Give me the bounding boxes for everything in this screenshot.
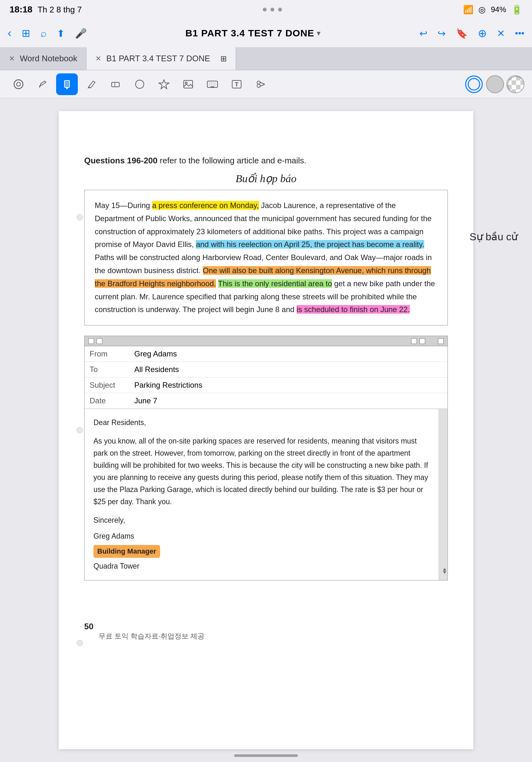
- text-part-4: and with his reelection on April 25, the…: [196, 240, 424, 249]
- status-center: [263, 8, 282, 12]
- undo-button[interactable]: ↩: [420, 28, 428, 39]
- tool-keyboard[interactable]: [202, 73, 223, 95]
- svg-point-21: [257, 84, 260, 87]
- more-button[interactable]: •••: [515, 28, 524, 38]
- tool-scissors[interactable]: [250, 73, 272, 95]
- email-btn-1[interactable]: [88, 338, 94, 344]
- battery-icon: 🔋: [511, 4, 522, 15]
- tool-pencil[interactable]: [80, 73, 102, 95]
- svg-rect-32: [520, 89, 524, 93]
- scroll-arrows: [443, 568, 446, 574]
- grid-button[interactable]: ⊞: [22, 27, 30, 39]
- page-hole-1: [77, 214, 83, 220]
- page-hole-3: [77, 640, 83, 646]
- email-signer-title: Building Manager: [94, 545, 160, 558]
- svg-point-20: [257, 81, 260, 84]
- scroll-down-icon: [443, 571, 446, 574]
- text-part-1: May 15—During: [95, 201, 152, 210]
- dot1: [263, 8, 267, 12]
- side-note: Sự bầu cử: [470, 228, 518, 245]
- redo-button[interactable]: ↪: [437, 28, 445, 39]
- add-button[interactable]: ⊕: [478, 27, 487, 39]
- dot3: [278, 8, 282, 12]
- tool-image[interactable]: [177, 73, 199, 95]
- tab-bar: ✕ Word Notebook ✕ B1 PART 3.4 TEST 7 DON…: [0, 47, 532, 70]
- email-date-value: June 7: [129, 393, 447, 409]
- search-button[interactable]: ⌕: [40, 28, 46, 39]
- tab-b1-part[interactable]: ✕ B1 PART 3.4 TEST 7 DONE ⊞: [87, 47, 236, 70]
- email-body-text: As you know, all of the on-site parking …: [94, 435, 432, 508]
- email-date-label: Date: [85, 393, 129, 409]
- email-from-row: From Greg Adams: [85, 346, 447, 362]
- svg-point-1: [17, 82, 21, 86]
- tool-text[interactable]: T: [226, 73, 247, 95]
- battery-level: 94%: [491, 5, 506, 14]
- tab-label-word: Word Notebook: [20, 54, 77, 63]
- tool-star[interactable]: [153, 73, 175, 95]
- text-part-7: [216, 279, 218, 288]
- back-button[interactable]: ‹: [8, 27, 12, 40]
- svg-point-4: [136, 80, 144, 88]
- email-scrollbar[interactable]: [438, 409, 447, 580]
- toolbar: T: [0, 70, 532, 98]
- close-button[interactable]: ✕: [497, 28, 505, 39]
- tool-pen[interactable]: [32, 73, 54, 95]
- email-from-label: From: [85, 346, 129, 362]
- nav-bar: ‹ ⊞ ⌕ ⬆ 🎤 B1 PART 3.4 TEST 7 DONE ▾ ↩ ↪ …: [0, 19, 532, 47]
- tool-shape[interactable]: [129, 73, 151, 95]
- status-right: 📶 ◎ 94% 🔋: [463, 4, 522, 15]
- svg-marker-5: [159, 80, 169, 89]
- svg-point-7: [185, 82, 187, 84]
- email-btn-3[interactable]: [411, 338, 417, 344]
- email-header-table: From Greg Adams To All Residents Subject…: [85, 346, 447, 409]
- wifi-icon: 📶: [463, 5, 473, 15]
- page-hole-2: [77, 427, 83, 433]
- color-circle-blue[interactable]: [464, 75, 484, 94]
- svg-text:T: T: [235, 81, 238, 88]
- email-btn-4[interactable]: [420, 338, 425, 344]
- email-to-label: To: [85, 362, 129, 377]
- email-body: Dear Residents, As you know, all of the …: [85, 409, 447, 580]
- color-circle-checkered[interactable]: [506, 75, 524, 93]
- status-bar: 18:18 Th 2 8 thg 7 📶 ◎ 94% 🔋: [0, 0, 532, 19]
- email-btn-5[interactable]: [438, 338, 444, 344]
- dot2: [270, 8, 274, 12]
- mic-button[interactable]: 🎤: [75, 28, 87, 39]
- tool-lasso[interactable]: [8, 73, 29, 95]
- email-from-value: Greg Adams: [129, 346, 447, 362]
- tool-eraser[interactable]: [104, 73, 126, 95]
- svg-rect-2: [64, 80, 70, 87]
- share-button[interactable]: ⬆: [57, 28, 65, 39]
- tab-grid-icon: ⊞: [220, 54, 227, 63]
- email-to-row: To All Residents: [85, 362, 447, 377]
- email-to-value: All Residents: [129, 362, 447, 377]
- svg-rect-28: [520, 80, 524, 85]
- handwriting-note: Buổi họp báo: [84, 172, 448, 185]
- status-time: 18:18: [10, 4, 33, 15]
- text-part-8: This is the only residential area to: [218, 279, 332, 288]
- footer: 50 무료 토익 학습자료·취업정보 제공: [84, 612, 448, 641]
- tab-close-word[interactable]: ✕: [9, 54, 15, 63]
- nav-right: ↩ ↪ 🔖 ⊕ ✕ •••: [420, 27, 524, 39]
- tool-highlighter[interactable]: [56, 73, 78, 95]
- email-subject-row: Subject Parking Restrictions: [85, 377, 447, 393]
- email-btn-2[interactable]: [97, 338, 102, 344]
- article-text: May 15—During a press conference on Mond…: [95, 199, 437, 316]
- tab-word-notebook[interactable]: ✕ Word Notebook: [0, 47, 87, 70]
- email-signer-org: Quadra Tower: [94, 560, 432, 572]
- page-number: 50: [84, 622, 94, 632]
- home-indicator: [234, 754, 298, 757]
- nav-title-chevron: ▾: [317, 29, 320, 38]
- tab-close-b1[interactable]: ✕: [96, 54, 101, 63]
- nav-title: B1 PART 3.4 TEST 7 DONE: [185, 28, 314, 38]
- questions-header: Questions 196-200 refer to the following…: [84, 156, 448, 166]
- bookmark-button[interactable]: 🔖: [456, 28, 468, 39]
- main-content: Questions 196-200 refer to the following…: [0, 98, 532, 762]
- tab-label-b1: B1 PART 3.4 TEST 7 DONE: [106, 54, 210, 63]
- email-subject-label: Subject: [85, 377, 129, 393]
- email-wrapper: From Greg Adams To All Residents Subject…: [84, 336, 448, 580]
- color-circle-gray[interactable]: [486, 75, 504, 93]
- scroll-up-icon: [443, 568, 446, 571]
- text-part-10: is scheduled to finish on June 22.: [297, 305, 410, 314]
- nav-title-container: B1 PART 3.4 TEST 7 DONE ▾: [185, 28, 320, 38]
